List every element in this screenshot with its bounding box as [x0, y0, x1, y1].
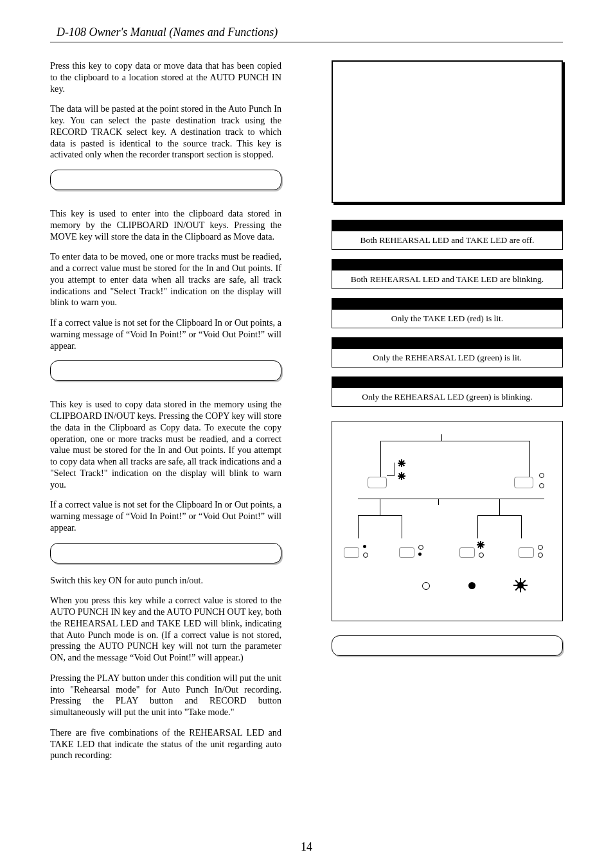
diagram-line [380, 499, 380, 515]
diagram-line [380, 441, 529, 441]
status-description: Only the REHEARSAL LED (green) is blinki… [332, 388, 563, 407]
paragraph: If a correct value is not set for the Cl… [50, 499, 281, 533]
status-row: Both REHEARSAL LED and TAKE LED are off. [332, 220, 563, 250]
legend-led-blink-icon [517, 582, 524, 589]
right-column: Both REHEARSAL LED and TAKE LED are off.… [332, 60, 563, 770]
diagram-line [477, 515, 478, 538]
header-rule [50, 42, 563, 42]
paragraph: This key is used to enter into the clipb… [50, 208, 281, 242]
status-description: Only the REHEARSAL LED (green) is lit. [332, 349, 563, 368]
status-row: Only the TAKE LED (red) is lit. [332, 298, 563, 328]
page-number: 14 [0, 840, 613, 854]
paragraph: Press this key to copy data or move data… [50, 60, 281, 94]
lcd-panel-placeholder [332, 60, 563, 203]
legend-led-on-icon [468, 582, 475, 589]
led-off-icon [479, 553, 484, 558]
callout-box [50, 360, 281, 381]
led-lead [387, 475, 395, 476]
left-column: Press this key to copy data or move data… [50, 60, 281, 770]
diagram-line [529, 441, 530, 479]
diagram-line [477, 515, 521, 516]
status-header-bar [332, 337, 563, 349]
diagram-line [402, 515, 402, 538]
led-off-icon [538, 545, 543, 550]
led-off-icon [363, 553, 368, 558]
paragraph: To enter data to be moved, one or more t… [50, 251, 281, 308]
paragraph: There are five combinations of the REHEA… [50, 727, 281, 761]
status-row: Only the REHEARSAL LED (green) is lit. [332, 337, 563, 368]
key-led-diagram [332, 421, 563, 621]
running-head: D-108 Owner's Manual (Names and Function… [57, 26, 563, 39]
diagram-line [499, 499, 500, 515]
paragraph: The data will be pasted at the point sto… [50, 103, 281, 161]
status-description: Both REHEARSAL LED and TAKE LED are off. [332, 231, 563, 250]
paragraph: Switch this key ON for auto punch in/out… [50, 575, 281, 587]
paragraph: This key is used to copy data stored in … [50, 399, 281, 490]
status-header-bar [332, 259, 563, 270]
led-off-icon [418, 545, 423, 550]
status-row: Only the REHEARSAL LED (green) is blinki… [332, 376, 563, 407]
diagram-line [438, 499, 439, 505]
callout-box [50, 170, 281, 190]
legend-led-off-icon [422, 582, 430, 590]
status-row: Both REHEARSAL LED and TAKE LED are blin… [332, 259, 563, 289]
blink-icon [398, 473, 405, 479]
diagram-line [358, 515, 359, 538]
diagram-line [358, 499, 544, 499]
status-header-bar [332, 376, 563, 388]
led-on-icon [363, 545, 366, 548]
led-on-icon [418, 553, 422, 556]
paragraph: If a correct value is not set for the Cl… [50, 317, 281, 351]
key-icon [344, 547, 359, 558]
led-off-icon [538, 553, 543, 558]
auto-punch-key-icon [368, 477, 387, 488]
two-column-layout: Press this key to copy data or move data… [50, 60, 563, 770]
led-off-icon [539, 473, 544, 478]
diagram-line [380, 441, 381, 479]
page: D-108 Owner's Manual (Names and Function… [0, 0, 613, 868]
paragraph: When you press this key while a correct … [50, 595, 281, 664]
paragraph: Pressing the PLAY button under this cond… [50, 673, 281, 718]
key-icon [399, 547, 414, 558]
diagram-line [521, 515, 522, 538]
key-icon [519, 547, 534, 558]
key-icon [459, 547, 475, 558]
tick [441, 434, 442, 441]
led-lead [395, 463, 395, 475]
status-description: Both REHEARSAL LED and TAKE LED are blin… [332, 270, 563, 289]
callout-box [50, 543, 281, 563]
callout-box [332, 635, 563, 656]
status-header-bar [332, 220, 563, 231]
blink-icon [477, 542, 484, 548]
status-description: Only the TAKE LED (red) is lit. [332, 310, 563, 328]
status-header-bar [332, 298, 563, 310]
led-off-icon [539, 483, 544, 488]
diagram-line [358, 515, 402, 516]
key-icon [514, 477, 533, 488]
blink-icon [398, 460, 405, 466]
